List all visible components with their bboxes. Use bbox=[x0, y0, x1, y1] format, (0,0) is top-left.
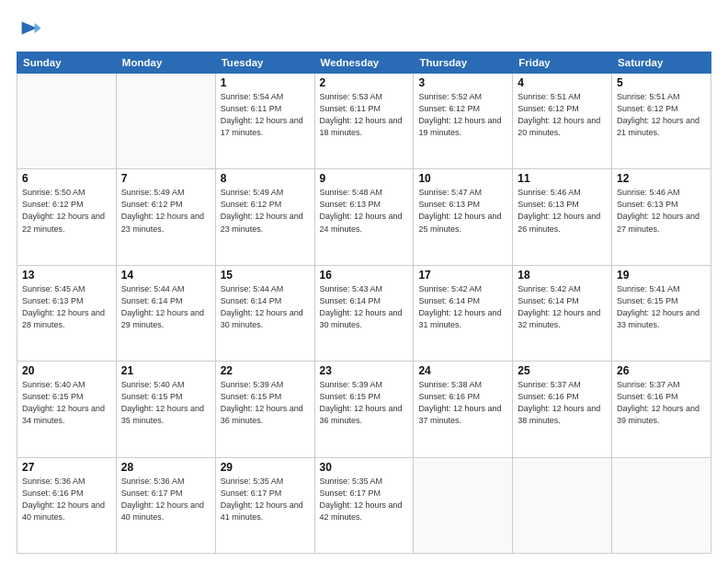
day-info: Sunrise: 5:45 AM Sunset: 6:13 PM Dayligh… bbox=[22, 283, 111, 331]
day-header-friday: Friday bbox=[513, 52, 612, 74]
day-info: Sunrise: 5:41 AM Sunset: 6:15 PM Dayligh… bbox=[617, 283, 706, 331]
day-number: 27 bbox=[22, 461, 111, 474]
logo bbox=[17, 17, 46, 42]
calendar-cell: 20Sunrise: 5:40 AM Sunset: 6:15 PM Dayli… bbox=[17, 362, 117, 457]
calendar-cell: 16Sunrise: 5:43 AM Sunset: 6:14 PM Dayli… bbox=[314, 265, 414, 361]
calendar-cell bbox=[414, 457, 513, 553]
calendar-cell: 21Sunrise: 5:40 AM Sunset: 6:15 PM Dayli… bbox=[116, 362, 215, 457]
day-number: 23 bbox=[320, 364, 409, 377]
day-header-sunday: Sunday bbox=[17, 52, 117, 74]
day-info: Sunrise: 5:50 AM Sunset: 6:12 PM Dayligh… bbox=[22, 187, 111, 235]
day-number: 2 bbox=[320, 76, 409, 89]
week-row-1: 1Sunrise: 5:54 AM Sunset: 6:11 PM Daylig… bbox=[17, 74, 711, 169]
calendar-cell: 28Sunrise: 5:36 AM Sunset: 6:17 PM Dayli… bbox=[116, 457, 215, 553]
day-info: Sunrise: 5:42 AM Sunset: 6:14 PM Dayligh… bbox=[418, 283, 507, 331]
day-info: Sunrise: 5:35 AM Sunset: 6:17 PM Dayligh… bbox=[221, 476, 310, 523]
day-info: Sunrise: 5:36 AM Sunset: 6:16 PM Dayligh… bbox=[22, 476, 111, 523]
day-number: 5 bbox=[617, 76, 706, 89]
day-number: 1 bbox=[221, 76, 310, 89]
day-info: Sunrise: 5:46 AM Sunset: 6:13 PM Dayligh… bbox=[518, 187, 607, 235]
header bbox=[17, 17, 711, 42]
logo-icon bbox=[17, 17, 42, 42]
calendar-cell: 18Sunrise: 5:42 AM Sunset: 6:14 PM Dayli… bbox=[513, 265, 612, 361]
day-number: 25 bbox=[518, 364, 607, 377]
calendar-cell: 29Sunrise: 5:35 AM Sunset: 6:17 PM Dayli… bbox=[215, 457, 314, 553]
calendar-cell: 24Sunrise: 5:38 AM Sunset: 6:16 PM Dayli… bbox=[414, 362, 513, 457]
day-number: 8 bbox=[221, 172, 310, 185]
day-info: Sunrise: 5:39 AM Sunset: 6:15 PM Dayligh… bbox=[320, 379, 409, 427]
week-row-2: 6Sunrise: 5:50 AM Sunset: 6:12 PM Daylig… bbox=[17, 169, 711, 265]
calendar-cell: 19Sunrise: 5:41 AM Sunset: 6:15 PM Dayli… bbox=[612, 265, 711, 361]
calendar-cell: 5Sunrise: 5:51 AM Sunset: 6:12 PM Daylig… bbox=[612, 74, 711, 169]
day-number: 13 bbox=[22, 269, 111, 282]
day-number: 12 bbox=[617, 172, 706, 185]
day-number: 16 bbox=[320, 269, 409, 282]
day-number: 29 bbox=[221, 461, 310, 474]
calendar-cell: 22Sunrise: 5:39 AM Sunset: 6:15 PM Dayli… bbox=[215, 362, 314, 457]
day-header-thursday: Thursday bbox=[414, 52, 513, 74]
day-info: Sunrise: 5:46 AM Sunset: 6:13 PM Dayligh… bbox=[617, 187, 706, 235]
calendar-cell: 9Sunrise: 5:48 AM Sunset: 6:13 PM Daylig… bbox=[314, 169, 414, 265]
day-number: 3 bbox=[418, 76, 507, 89]
calendar-cell: 10Sunrise: 5:47 AM Sunset: 6:13 PM Dayli… bbox=[414, 169, 513, 265]
day-number: 15 bbox=[221, 269, 310, 282]
day-number: 20 bbox=[22, 364, 111, 377]
day-header-wednesday: Wednesday bbox=[314, 52, 414, 74]
day-number: 11 bbox=[518, 172, 607, 185]
day-number: 10 bbox=[418, 172, 507, 185]
week-row-5: 27Sunrise: 5:36 AM Sunset: 6:16 PM Dayli… bbox=[17, 457, 711, 553]
day-info: Sunrise: 5:37 AM Sunset: 6:16 PM Dayligh… bbox=[617, 379, 706, 427]
day-info: Sunrise: 5:42 AM Sunset: 6:14 PM Dayligh… bbox=[518, 283, 607, 331]
day-info: Sunrise: 5:51 AM Sunset: 6:12 PM Dayligh… bbox=[617, 91, 706, 139]
day-number: 7 bbox=[121, 172, 210, 185]
calendar-cell: 11Sunrise: 5:46 AM Sunset: 6:13 PM Dayli… bbox=[513, 169, 612, 265]
calendar-cell: 17Sunrise: 5:42 AM Sunset: 6:14 PM Dayli… bbox=[414, 265, 513, 361]
calendar-cell: 2Sunrise: 5:53 AM Sunset: 6:11 PM Daylig… bbox=[314, 74, 414, 169]
calendar-cell bbox=[17, 74, 117, 169]
day-number: 22 bbox=[221, 364, 310, 377]
day-number: 19 bbox=[617, 269, 706, 282]
calendar-cell bbox=[513, 457, 612, 553]
day-info: Sunrise: 5:37 AM Sunset: 6:16 PM Dayligh… bbox=[518, 379, 607, 427]
day-number: 4 bbox=[518, 76, 607, 89]
day-info: Sunrise: 5:40 AM Sunset: 6:15 PM Dayligh… bbox=[121, 379, 210, 427]
day-number: 28 bbox=[121, 461, 210, 474]
day-info: Sunrise: 5:40 AM Sunset: 6:15 PM Dayligh… bbox=[22, 379, 111, 427]
days-header-row: SundayMondayTuesdayWednesdayThursdayFrid… bbox=[17, 52, 711, 74]
day-header-monday: Monday bbox=[116, 52, 215, 74]
day-header-saturday: Saturday bbox=[612, 52, 711, 74]
day-info: Sunrise: 5:49 AM Sunset: 6:12 PM Dayligh… bbox=[121, 187, 210, 235]
calendar-cell: 3Sunrise: 5:52 AM Sunset: 6:12 PM Daylig… bbox=[414, 74, 513, 169]
calendar-cell: 6Sunrise: 5:50 AM Sunset: 6:12 PM Daylig… bbox=[17, 169, 117, 265]
day-info: Sunrise: 5:43 AM Sunset: 6:14 PM Dayligh… bbox=[320, 283, 409, 331]
day-number: 24 bbox=[418, 364, 507, 377]
calendar-cell: 23Sunrise: 5:39 AM Sunset: 6:15 PM Dayli… bbox=[314, 362, 414, 457]
calendar-cell: 15Sunrise: 5:44 AM Sunset: 6:14 PM Dayli… bbox=[215, 265, 314, 361]
day-number: 6 bbox=[22, 172, 111, 185]
calendar-cell: 14Sunrise: 5:44 AM Sunset: 6:14 PM Dayli… bbox=[116, 265, 215, 361]
day-info: Sunrise: 5:47 AM Sunset: 6:13 PM Dayligh… bbox=[418, 187, 507, 235]
day-number: 21 bbox=[121, 364, 210, 377]
day-info: Sunrise: 5:54 AM Sunset: 6:11 PM Dayligh… bbox=[221, 91, 310, 139]
day-header-tuesday: Tuesday bbox=[215, 52, 314, 74]
calendar-cell: 8Sunrise: 5:49 AM Sunset: 6:12 PM Daylig… bbox=[215, 169, 314, 265]
day-number: 26 bbox=[617, 364, 706, 377]
day-number: 14 bbox=[121, 269, 210, 282]
day-number: 9 bbox=[320, 172, 409, 185]
calendar-cell: 25Sunrise: 5:37 AM Sunset: 6:16 PM Dayli… bbox=[513, 362, 612, 457]
day-info: Sunrise: 5:53 AM Sunset: 6:11 PM Dayligh… bbox=[320, 91, 409, 139]
calendar-cell bbox=[116, 74, 215, 169]
day-info: Sunrise: 5:44 AM Sunset: 6:14 PM Dayligh… bbox=[121, 283, 210, 331]
day-number: 17 bbox=[418, 269, 507, 282]
day-info: Sunrise: 5:48 AM Sunset: 6:13 PM Dayligh… bbox=[320, 187, 409, 235]
day-info: Sunrise: 5:49 AM Sunset: 6:12 PM Dayligh… bbox=[221, 187, 310, 235]
day-info: Sunrise: 5:36 AM Sunset: 6:17 PM Dayligh… bbox=[121, 476, 210, 523]
calendar-cell: 4Sunrise: 5:51 AM Sunset: 6:12 PM Daylig… bbox=[513, 74, 612, 169]
calendar-table: SundayMondayTuesdayWednesdayThursdayFrid… bbox=[17, 52, 711, 554]
calendar-cell bbox=[612, 457, 711, 553]
day-number: 30 bbox=[320, 461, 409, 474]
day-number: 18 bbox=[518, 269, 607, 282]
calendar-cell: 7Sunrise: 5:49 AM Sunset: 6:12 PM Daylig… bbox=[116, 169, 215, 265]
calendar-cell: 26Sunrise: 5:37 AM Sunset: 6:16 PM Dayli… bbox=[612, 362, 711, 457]
calendar-cell: 13Sunrise: 5:45 AM Sunset: 6:13 PM Dayli… bbox=[17, 265, 117, 361]
